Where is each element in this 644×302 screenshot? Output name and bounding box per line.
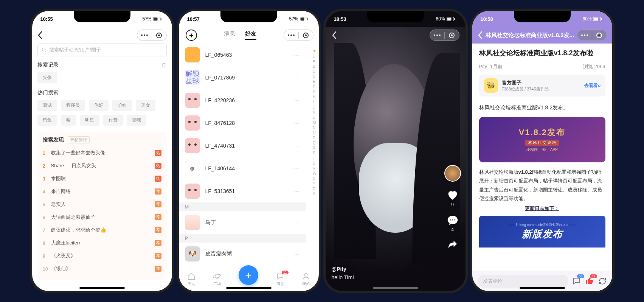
- capsule-more-icon[interactable]: [577, 30, 592, 40]
- index-letter[interactable]: R: [313, 146, 316, 151]
- capsule-close-icon[interactable]: [152, 30, 166, 40]
- discover-item[interactable]: 10 《银仙》 荐: [43, 262, 161, 275]
- contact-row[interactable]: LF_4740731 ⋯: [179, 134, 306, 157]
- index-letter[interactable]: M: [313, 120, 316, 125]
- discover-item[interactable]: 9 《犬夜叉》 荐: [43, 249, 161, 262]
- circle-card[interactable]: 🐝 官方圈子 7383位成员 / 3745篇作品 去看看››: [479, 75, 605, 97]
- tab-friends[interactable]: 好友: [245, 30, 256, 40]
- miniprogram-capsule[interactable]: [137, 30, 167, 41]
- more-icon[interactable]: ⋯: [294, 97, 300, 104]
- capsule-close-icon[interactable]: [445, 30, 459, 40]
- nav-messages[interactable]: 11 消息: [276, 272, 285, 286]
- home-indicator[interactable]: [226, 287, 272, 289]
- discover-item[interactable]: 8 大魔王luciferr 荐: [43, 237, 161, 249]
- comment-input[interactable]: 发表评论: [478, 275, 568, 288]
- index-letter[interactable]: W: [313, 171, 316, 176]
- index-letter[interactable]: I: [313, 100, 316, 105]
- nav-me[interactable]: 我的: [302, 272, 310, 286]
- article-body[interactable]: 林风社交论坛标准商业版v1.8.2发布啦 Pity 1月前 浏览 2069 🐝 …: [472, 44, 612, 271]
- hot-chip[interactable]: 美女: [136, 100, 155, 111]
- search-input[interactable]: 搜索帖子动态/用户/圈子: [37, 44, 167, 56]
- more-icon[interactable]: ⋯: [294, 165, 300, 172]
- contact-row[interactable]: LF_4220236 ⋯: [179, 89, 306, 112]
- discover-item[interactable]: 2 Share ｜ 日杂风女头 热: [43, 159, 161, 172]
- index-letter[interactable]: ★: [313, 49, 316, 54]
- index-letter[interactable]: K: [313, 110, 316, 115]
- index-letter[interactable]: Y: [313, 182, 316, 187]
- index-letter[interactable]: U: [313, 161, 316, 166]
- index-letter[interactable]: X: [313, 177, 316, 182]
- tab-messages[interactable]: 消息: [224, 30, 235, 40]
- index-letter[interactable]: J: [313, 105, 316, 110]
- index-letter[interactable]: V: [313, 167, 316, 171]
- discover-rank-tab[interactable]: 热帖排行: [68, 136, 90, 143]
- author-avatar[interactable]: [444, 165, 461, 182]
- more-icon[interactable]: ⋯: [294, 51, 300, 59]
- discover-item[interactable]: 5 老实人 荐: [43, 198, 161, 211]
- update-log-link[interactable]: 更新日志如下：: [479, 205, 605, 212]
- circle-go-link[interactable]: 去看看››: [584, 83, 601, 89]
- article-author[interactable]: Pity: [479, 64, 487, 69]
- alpha-index[interactable]: ★1ABCDEFGHIJKLMNOPQRSTUVWXYZ#: [313, 49, 316, 197]
- contact-row[interactable]: 解锁星球 LF_0717869 ⋯: [179, 66, 306, 89]
- share-button[interactable]: [598, 277, 607, 286]
- index-letter[interactable]: T: [313, 156, 316, 161]
- home-indicator[interactable]: [79, 287, 125, 289]
- more-icon[interactable]: ⋯: [294, 142, 300, 149]
- nav-create-button[interactable]: ＋: [239, 265, 258, 285]
- index-letter[interactable]: C: [313, 69, 316, 74]
- capsule-more-icon[interactable]: [284, 30, 298, 40]
- more-icon[interactable]: ⋯: [294, 74, 300, 81]
- nav-square[interactable]: 广场: [213, 272, 222, 286]
- video-content[interactable]: [326, 27, 466, 291]
- comment-button[interactable]: 4: [447, 214, 459, 232]
- miniprogram-capsule[interactable]: [577, 30, 607, 41]
- index-letter[interactable]: Z: [313, 187, 316, 192]
- index-letter[interactable]: O: [313, 131, 316, 135]
- capsule-close-icon[interactable]: [299, 30, 313, 40]
- clear-history-icon[interactable]: [161, 62, 167, 68]
- index-letter[interactable]: Q: [313, 141, 316, 146]
- share-button[interactable]: [447, 239, 458, 251]
- contact-row[interactable]: ☻ LF_1406144 ⋯: [179, 157, 306, 180]
- contact-row[interactable]: 马丁 ⋯: [179, 211, 306, 234]
- back-icon[interactable]: [37, 31, 43, 39]
- capsule-more-icon[interactable]: [430, 30, 444, 40]
- contact-row[interactable]: LF_5313651 ⋯: [179, 180, 306, 202]
- hot-chip[interactable]: 钓鱼: [37, 115, 57, 126]
- index-letter[interactable]: D: [313, 75, 316, 79]
- hot-chip[interactable]: 你好: [89, 100, 109, 111]
- hot-chip[interactable]: 哈: [61, 115, 76, 126]
- index-letter[interactable]: S: [313, 151, 316, 156]
- at-author[interactable]: @Pity: [332, 266, 354, 272]
- index-letter[interactable]: B: [313, 64, 316, 69]
- capsule-close-icon[interactable]: [592, 30, 607, 40]
- nav-home[interactable]: 主页: [187, 272, 196, 286]
- hot-chip[interactable]: 程序员: [61, 100, 85, 111]
- contact-list[interactable]: LF_065463 ⋯解锁星球 LF_0717869 ⋯ LF_4220236 …: [179, 44, 319, 267]
- discover-item[interactable]: 7 建议建议，求求给个赞👍 荐: [43, 224, 161, 237]
- index-letter[interactable]: P: [313, 136, 316, 141]
- discover-item[interactable]: 3 拿图吱 热: [43, 172, 161, 185]
- index-letter[interactable]: 1: [313, 54, 316, 59]
- back-icon[interactable]: [478, 31, 483, 39]
- miniprogram-capsule[interactable]: [430, 30, 459, 41]
- index-letter[interactable]: A: [313, 59, 316, 64]
- index-letter[interactable]: G: [313, 90, 316, 95]
- hot-chip[interactable]: 嘿嘿: [127, 115, 146, 126]
- hot-chip[interactable]: 明星: [80, 115, 99, 126]
- discover-item[interactable]: 4 来自网络 荐: [43, 185, 161, 198]
- more-icon[interactable]: ⋯: [294, 120, 300, 127]
- more-icon[interactable]: ⋯: [294, 219, 300, 226]
- home-indicator[interactable]: [520, 287, 565, 289]
- more-icon[interactable]: ⋯: [294, 251, 300, 258]
- discover-item[interactable]: 6 大话西游之紫霞仙子 荐: [43, 211, 161, 224]
- discover-item[interactable]: 1 收集了一些好拿去做头像 热: [43, 146, 161, 159]
- like-button[interactable]: 49: [585, 277, 594, 286]
- comments-button[interactable]: 50: [572, 277, 581, 286]
- home-indicator[interactable]: [373, 287, 418, 289]
- hot-chip[interactable]: 付费: [103, 115, 123, 126]
- contact-row[interactable]: LF_8476128 ⋯: [179, 112, 306, 134]
- index-letter[interactable]: N: [313, 126, 316, 131]
- add-button[interactable]: ＋: [186, 30, 197, 41]
